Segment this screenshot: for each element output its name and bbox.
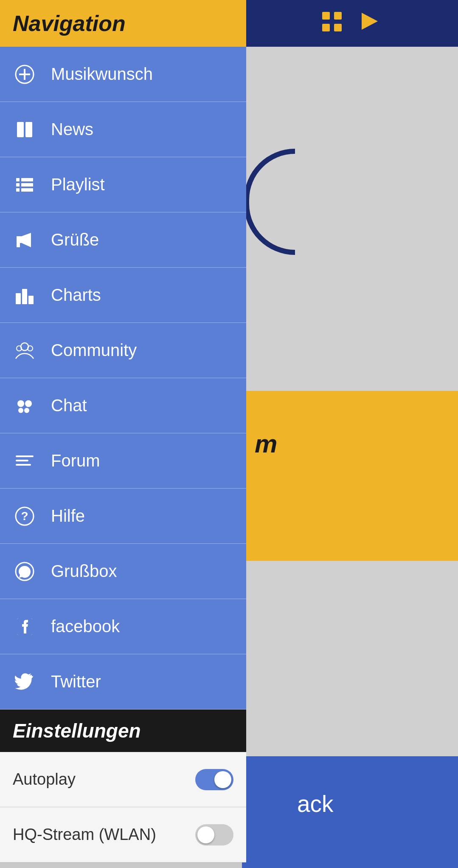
sidebar-item-label: Hilfe [51, 506, 85, 526]
sidebar-item-label: Charts [51, 286, 101, 305]
svg-rect-13 [21, 183, 33, 187]
autoplay-toggle[interactable] [195, 769, 233, 790]
svg-rect-12 [16, 183, 20, 187]
svg-rect-11 [21, 178, 33, 181]
forum-icon [13, 449, 36, 472]
nav-list: Musikwunsch News [0, 47, 246, 710]
yellow-area [242, 391, 458, 561]
community-icon [13, 339, 36, 362]
nav-title: Navigation [13, 11, 126, 36]
svg-rect-8 [17, 122, 24, 137]
sidebar-item-playlist[interactable]: Playlist [0, 157, 246, 212]
help-icon: ? [13, 504, 36, 528]
sidebar-item-twitter[interactable]: Twitter [0, 654, 246, 710]
plus-circle-icon [13, 62, 36, 86]
settings-header: Einstellungen [0, 710, 246, 752]
svg-rect-0 [322, 12, 330, 20]
svg-rect-2 [322, 24, 330, 31]
sidebar-item-label: Playlist [51, 175, 105, 194]
sidebar-item-musikwunsch[interactable]: Musikwunsch [0, 47, 246, 102]
svg-point-24 [17, 400, 24, 407]
megaphone-icon [13, 228, 36, 252]
svg-rect-3 [334, 24, 342, 31]
svg-rect-20 [28, 296, 34, 304]
sidebar-item-label: facebook [51, 617, 120, 636]
book-icon [13, 118, 36, 141]
settings-item-autoplay: Autoplay [0, 752, 246, 807]
nav-header: Navigation [0, 0, 246, 47]
sidebar-item-hilfe[interactable]: ? Hilfe [0, 489, 246, 544]
sidebar-item-grusse[interactable]: Grüße [0, 212, 246, 268]
bar-chart-icon [13, 283, 36, 307]
sidebar-item-charts[interactable]: Charts [0, 268, 246, 323]
whatsapp-icon [13, 560, 36, 583]
svg-point-27 [24, 408, 29, 413]
settings-item-hq-stream: HQ-Stream (WLAN) [0, 807, 246, 862]
hq-stream-knob [197, 826, 214, 843]
svg-point-25 [25, 400, 32, 407]
sidebar-item-grussbox[interactable]: Grußbox [0, 544, 246, 599]
facebook-icon [13, 615, 36, 638]
sidebar-item-label: Musikwunsch [51, 65, 153, 84]
svg-rect-9 [25, 122, 32, 137]
sidebar-item-forum[interactable]: Forum [0, 433, 246, 489]
sidebar-item-facebook[interactable]: facebook [0, 599, 246, 654]
autoplay-knob [214, 771, 231, 788]
hq-stream-label: HQ-Stream (WLAN) [13, 826, 156, 844]
settings-title: Einstellungen [13, 719, 141, 742]
chat-icon [13, 394, 36, 417]
sidebar-item-label: News [51, 120, 93, 139]
header-right [242, 0, 458, 47]
svg-point-26 [18, 408, 23, 413]
svg-rect-15 [21, 188, 33, 192]
list-icon [13, 173, 36, 196]
svg-text:?: ? [21, 509, 28, 523]
sidebar-item-community[interactable]: Community [0, 323, 246, 378]
svg-rect-1 [334, 12, 342, 20]
sidebar-item-label: Twitter [51, 672, 101, 691]
blue-bottom-area [242, 756, 458, 868]
svg-rect-10 [16, 178, 20, 181]
sidebar-item-label: Grüße [51, 230, 99, 249]
grid-icon[interactable] [321, 11, 343, 36]
play-icon[interactable] [360, 12, 379, 35]
twitter-icon [13, 670, 36, 693]
svg-rect-14 [16, 188, 20, 192]
navigation-panel: Navigation Musikwunsch News [0, 0, 246, 868]
sidebar-item-news[interactable]: News [0, 102, 246, 157]
sidebar-item-label: Forum [51, 451, 100, 470]
yellow-text: m [255, 429, 277, 458]
sidebar-item-label: Chat [51, 396, 87, 415]
back-text: ack [297, 790, 334, 817]
autoplay-label: Autoplay [13, 770, 76, 789]
svg-rect-17 [17, 243, 20, 247]
svg-rect-19 [22, 289, 27, 304]
sidebar-item-label: Grußbox [51, 562, 117, 581]
sidebar-item-label: Community [51, 341, 137, 360]
hq-stream-toggle[interactable] [195, 824, 233, 845]
svg-point-21 [21, 343, 28, 351]
sidebar-item-chat[interactable]: Chat [0, 378, 246, 433]
svg-rect-18 [16, 293, 21, 304]
svg-marker-4 [362, 13, 378, 30]
